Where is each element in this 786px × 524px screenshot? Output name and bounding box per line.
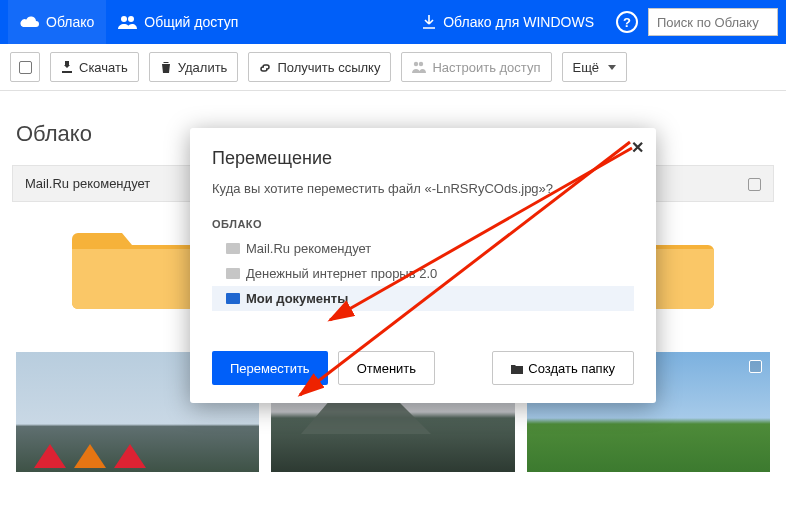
modal-prompt: Куда вы хотите переместить файл «-LnRSRy… — [212, 181, 634, 196]
move-button[interactable]: Переместить — [212, 351, 328, 385]
move-modal: ✕ Перемещение Куда вы хотите переместить… — [190, 128, 656, 403]
tree-heading: ОБЛАКО — [212, 218, 634, 230]
tree-item-label: Мои документы — [246, 291, 348, 306]
modal-overlay: ✕ Перемещение Куда вы хотите переместить… — [0, 0, 786, 524]
folder-small-icon — [226, 268, 240, 279]
new-folder-button[interactable]: Создать папку — [492, 351, 634, 385]
new-folder-label: Создать папку — [528, 361, 615, 376]
tree-item-selected[interactable]: Мои документы — [212, 286, 634, 311]
modal-actions: Переместить Отменить Создать папку — [212, 351, 634, 385]
folder-small-icon — [226, 293, 240, 304]
tree-item[interactable]: Денежный интернет прорыв 2.0 — [212, 261, 634, 286]
tree-item[interactable]: Mail.Ru рекомендует — [212, 236, 634, 261]
tree-item-label: Mail.Ru рекомендует — [246, 241, 371, 256]
close-icon[interactable]: ✕ — [631, 138, 644, 157]
folder-small-icon — [226, 243, 240, 254]
modal-title: Перемещение — [212, 148, 634, 169]
cancel-button[interactable]: Отменить — [338, 351, 435, 385]
tree-item-label: Денежный интернет прорыв 2.0 — [246, 266, 437, 281]
folder-plus-icon — [511, 364, 523, 374]
